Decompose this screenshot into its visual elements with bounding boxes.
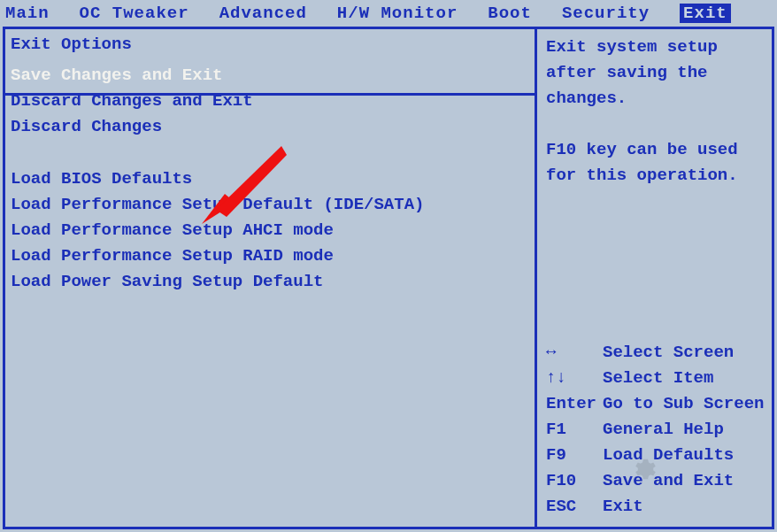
legend-label: Save and Exit (603, 468, 766, 494)
legend-label: Exit (603, 494, 766, 520)
legend-row: ↑↓Select Item (546, 366, 766, 391)
legend-row: F1General Help (546, 417, 766, 443)
legend-row: EnterGo to Sub Screen (546, 391, 766, 417)
legend-key-enter: Enter (546, 391, 603, 417)
help-text: Exit system setup after saving the chang… (546, 35, 763, 189)
legend-label: General Help (603, 417, 766, 443)
menubar-item-oc-tweaker[interactable]: OC Tweaker (80, 4, 189, 23)
menubar-item-exit[interactable]: Exit (680, 4, 731, 23)
bios-menubar: Main OC Tweaker Advanced H/W Monitor Boo… (0, 0, 777, 28)
help-line: after saving the (546, 60, 763, 86)
help-line: Exit system setup (546, 35, 763, 60)
legend-key-f1: F1 (546, 417, 603, 443)
option-save-changes-and-exit[interactable]: Save Changes and Exit (11, 63, 529, 89)
legend-label: Select Item (603, 366, 766, 391)
legend-label: Select Screen (603, 340, 766, 366)
option-load-performance-raid[interactable]: Load Performance Setup RAID mode (11, 243, 529, 269)
menubar-item-boot[interactable]: Boot (488, 4, 532, 23)
legend-row: F9Load Defaults (546, 443, 766, 468)
menubar-item-main[interactable]: Main (5, 4, 50, 23)
legend-key-arrows-lr: ↔ (546, 340, 603, 366)
menubar-item-advanced[interactable]: Advanced (219, 4, 307, 23)
option-load-bios-defaults[interactable]: Load BIOS Defaults (11, 166, 529, 192)
exit-options-pane: Exit Options Save Changes and Exit Disca… (5, 29, 535, 527)
content-frame: Exit Options Save Changes and Exit Disca… (3, 27, 774, 529)
option-load-performance-ahci[interactable]: Load Performance Setup AHCI mode (11, 218, 529, 243)
section-title: Exit Options (11, 35, 529, 54)
menubar-item-security[interactable]: Security (562, 4, 650, 23)
option-discard-changes[interactable]: Discard Changes (11, 114, 529, 140)
help-line: changes. (546, 86, 763, 112)
help-pane: Exit system setup after saving the chang… (537, 29, 772, 527)
options-group-2: Load BIOS Defaults Load Performance Setu… (11, 166, 529, 295)
option-load-performance-ide-sata[interactable]: Load Performance Setup Default (IDE/SATA… (11, 192, 529, 218)
legend-row: ↔Select Screen (546, 340, 766, 366)
option-discard-changes-and-exit[interactable]: Discard Changes and Exit (11, 89, 529, 114)
legend-key-esc: ESC (546, 494, 603, 520)
legend-label: Load Defaults (603, 443, 766, 468)
legend-label: Go to Sub Screen (603, 391, 766, 417)
legend-key-arrows-ud: ↑↓ (546, 366, 603, 391)
legend-row: ESCExit (546, 494, 766, 520)
legend-key-f10: F10 (546, 468, 603, 494)
help-line: for this operation. (546, 163, 763, 189)
option-load-power-saving[interactable]: Load Power Saving Setup Default (11, 269, 529, 295)
menubar-item-hw-monitor[interactable]: H/W Monitor (337, 4, 458, 23)
options-group-1: Save Changes and Exit Discard Changes an… (11, 63, 529, 140)
legend-row: F10Save and Exit (546, 468, 766, 494)
help-line: F10 key can be used (546, 137, 763, 163)
key-legend: ↔Select Screen ↑↓Select Item EnterGo to … (546, 340, 766, 520)
legend-key-f9: F9 (546, 443, 603, 468)
